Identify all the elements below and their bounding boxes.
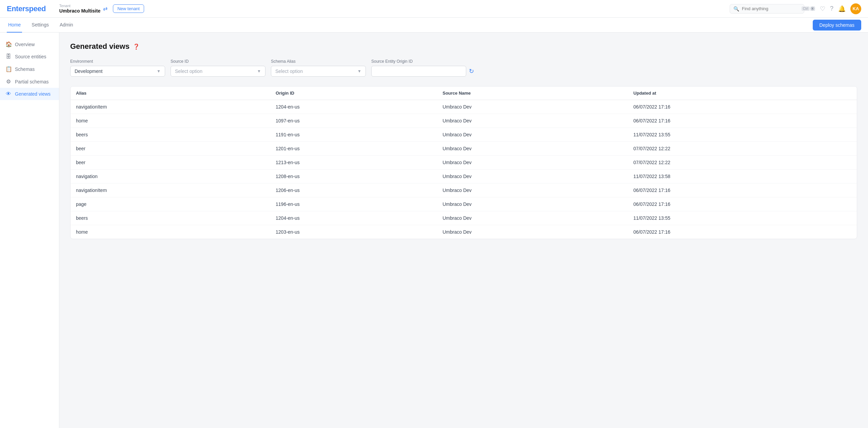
cell-alias: beer xyxy=(71,142,270,156)
table-row[interactable]: beer 1213-en-us Umbraco Dev 07/07/2022 1… xyxy=(71,156,857,170)
cell-origin-id: 1204-en-us xyxy=(270,100,437,114)
sidebar-item-partial-schemas[interactable]: ⚙ Partial schemas xyxy=(0,75,59,88)
deploy-schemas-button[interactable]: Deploy schemas xyxy=(813,20,862,31)
filter-source-entity-origin-id-input-group: ↻ xyxy=(371,66,474,77)
sidebar: 🏠 Overview 🗄 Source entities 📋 Schemas ⚙… xyxy=(0,33,59,428)
bell-icon[interactable]: 🔔 xyxy=(838,5,846,13)
column-source-name: Source Name xyxy=(437,86,628,100)
cell-alias: page xyxy=(71,197,270,211)
logo-blue: speed xyxy=(25,4,46,13)
cell-source-name: Umbraco Dev xyxy=(437,211,628,225)
cell-source-name: Umbraco Dev xyxy=(437,225,628,239)
environment-select[interactable]: Development ▼ xyxy=(70,66,165,77)
table-row[interactable]: home 1203-en-us Umbraco Dev 06/07/2022 1… xyxy=(71,225,857,239)
cell-origin-id: 1196-en-us xyxy=(270,197,437,211)
help-icon[interactable]: ? xyxy=(830,5,833,12)
logo: Enterspeed xyxy=(7,4,46,13)
table-header: Alias Origin ID Source Name Updated at xyxy=(71,86,857,100)
schema-alias-chevron-icon: ▼ xyxy=(357,69,361,74)
cell-alias: beers xyxy=(71,211,270,225)
environment-chevron-icon: ▼ xyxy=(157,69,161,74)
schema-alias-placeholder: Select option xyxy=(275,69,303,74)
cell-source-name: Umbraco Dev xyxy=(437,100,628,114)
tab-home[interactable]: Home xyxy=(7,18,22,33)
source-entities-icon: 🗄 xyxy=(5,54,12,60)
filters: Environment Development ▼ Source ID Sele… xyxy=(70,59,857,77)
table-row[interactable]: navigationItem 1206-en-us Umbraco Dev 06… xyxy=(71,183,857,197)
generated-views-icon: 👁 xyxy=(5,91,12,97)
cell-alias: navigationItem xyxy=(71,100,270,114)
filter-schema-alias-group: Schema Alias Select option ▼ xyxy=(271,59,366,77)
tab-admin[interactable]: Admin xyxy=(58,18,75,33)
table-row[interactable]: home 1097-en-us Umbraco Dev 06/07/2022 1… xyxy=(71,114,857,128)
filter-environment-group: Environment Development ▼ xyxy=(70,59,165,77)
search-input[interactable] xyxy=(742,6,799,11)
table-row[interactable]: beers 1191-en-us Umbraco Dev 11/07/2022 … xyxy=(71,128,857,142)
cell-origin-id: 1208-en-us xyxy=(270,170,437,183)
source-id-select[interactable]: Select option ▼ xyxy=(171,66,265,77)
cell-updated-at: 07/07/2022 12:22 xyxy=(628,142,857,156)
source-id-placeholder: Select option xyxy=(175,69,202,74)
cell-alias: navigationItem xyxy=(71,183,270,197)
cell-alias: home xyxy=(71,225,270,239)
sun-icon[interactable]: ☀ xyxy=(810,5,815,13)
filter-source-entity-origin-id-group: Source Entity Origin ID ↻ xyxy=(371,59,474,77)
cell-source-name: Umbraco Dev xyxy=(437,114,628,128)
cell-source-name: Umbraco Dev xyxy=(437,197,628,211)
topbar-icons: ☀ ♡ ? 🔔 KA xyxy=(810,3,861,14)
cell-source-name: Umbraco Dev xyxy=(437,156,628,170)
table-row[interactable]: beers 1204-en-us Umbraco Dev 11/07/2022 … xyxy=(71,211,857,225)
refresh-button[interactable]: ↻ xyxy=(469,67,474,75)
cell-alias: beer xyxy=(71,156,270,170)
table-header-row: Alias Origin ID Source Name Updated at xyxy=(71,86,857,100)
sidebar-item-source-entities-label: Source entities xyxy=(15,54,46,59)
cell-updated-at: 07/07/2022 12:22 xyxy=(628,156,857,170)
cell-updated-at: 06/07/2022 17:16 xyxy=(628,197,857,211)
column-alias: Alias xyxy=(71,86,270,100)
sidebar-item-source-entities[interactable]: 🗄 Source entities xyxy=(0,51,59,63)
search-bar[interactable]: 🔍 Ctrl K xyxy=(730,4,804,14)
table-container: Alias Origin ID Source Name Updated at n… xyxy=(70,86,857,239)
cell-updated-at: 06/07/2022 17:16 xyxy=(628,114,857,128)
cell-origin-id: 1097-en-us xyxy=(270,114,437,128)
cell-updated-at: 11/07/2022 13:55 xyxy=(628,128,857,142)
cell-origin-id: 1201-en-us xyxy=(270,142,437,156)
new-tenant-button[interactable]: New tenant xyxy=(113,4,144,13)
cell-alias: navigation xyxy=(71,170,270,183)
filter-source-id-label: Source ID xyxy=(171,59,265,64)
filter-source-id-group: Source ID Select option ▼ xyxy=(171,59,265,77)
cell-origin-id: 1191-en-us xyxy=(270,128,437,142)
cell-origin-id: 1206-en-us xyxy=(270,183,437,197)
generated-views-table: Alias Origin ID Source Name Updated at n… xyxy=(71,86,857,239)
source-entity-origin-id-input[interactable] xyxy=(371,66,466,77)
cell-origin-id: 1204-en-us xyxy=(270,211,437,225)
table-row[interactable]: navigationItem 1204-en-us Umbraco Dev 06… xyxy=(71,100,857,114)
cell-source-name: Umbraco Dev xyxy=(437,128,628,142)
cell-origin-id: 1213-en-us xyxy=(270,156,437,170)
heart-icon[interactable]: ♡ xyxy=(820,5,825,13)
table-row[interactable]: page 1196-en-us Umbraco Dev 06/07/2022 1… xyxy=(71,197,857,211)
table-row[interactable]: navigation 1208-en-us Umbraco Dev 11/07/… xyxy=(71,170,857,183)
sidebar-item-generated-views[interactable]: 👁 Generated views xyxy=(0,88,59,100)
column-origin-id: Origin ID xyxy=(270,86,437,100)
tenant-switch-button[interactable]: ⇄ xyxy=(103,5,107,12)
tab-settings[interactable]: Settings xyxy=(30,18,50,33)
table-row[interactable]: beer 1201-en-us Umbraco Dev 07/07/2022 1… xyxy=(71,142,857,156)
search-icon: 🔍 xyxy=(733,6,739,12)
cell-source-name: Umbraco Dev xyxy=(437,183,628,197)
schemas-icon: 📋 xyxy=(5,66,12,72)
logo-black: Enter xyxy=(7,4,25,13)
tenant-label: Tenant xyxy=(59,4,100,8)
schema-alias-select[interactable]: Select option ▼ xyxy=(271,66,366,77)
cell-source-name: Umbraco Dev xyxy=(437,170,628,183)
sidebar-item-schemas[interactable]: 📋 Schemas xyxy=(0,63,59,75)
page-help-icon[interactable]: ❓ xyxy=(133,43,140,50)
cell-updated-at: 11/07/2022 13:58 xyxy=(628,170,857,183)
avatar[interactable]: KA xyxy=(850,3,861,14)
cell-origin-id: 1203-en-us xyxy=(270,225,437,239)
filter-environment-label: Environment xyxy=(70,59,165,64)
sidebar-item-overview[interactable]: 🏠 Overview xyxy=(0,38,59,51)
cell-alias: home xyxy=(71,114,270,128)
environment-value: Development xyxy=(75,69,103,74)
filter-schema-alias-label: Schema Alias xyxy=(271,59,366,64)
